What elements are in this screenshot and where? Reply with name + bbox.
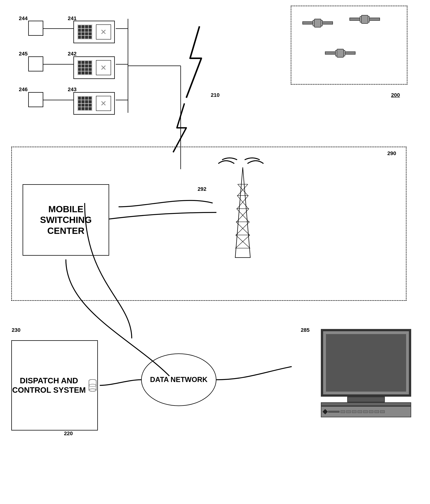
svg-rect-1 bbox=[303, 22, 313, 24]
monitor-controls bbox=[321, 406, 411, 417]
device-box-243: ✕ bbox=[73, 92, 115, 115]
data-network-cloud: DATA NETWORK bbox=[141, 353, 216, 406]
mobile-unit-3 bbox=[28, 92, 43, 107]
lightning-top bbox=[181, 24, 218, 100]
control-btn-2 bbox=[346, 410, 351, 413]
device-box-241: ✕ bbox=[73, 21, 115, 43]
device-241: ✕ bbox=[73, 21, 115, 43]
device-243: ✕ bbox=[73, 92, 115, 115]
keypad-241 bbox=[77, 24, 92, 39]
ref-200: 200 bbox=[391, 92, 400, 98]
screen-241: ✕ bbox=[96, 24, 111, 39]
screen-242: ✕ bbox=[96, 60, 111, 75]
svg-marker-15 bbox=[235, 167, 250, 258]
keypad-243 bbox=[77, 96, 92, 111]
svg-rect-12 bbox=[345, 52, 355, 54]
monitor-screen bbox=[321, 329, 411, 397]
monitor-base bbox=[347, 397, 385, 402]
control-diamond bbox=[323, 409, 328, 414]
control-btn-5 bbox=[363, 410, 368, 413]
monitor-display bbox=[326, 334, 406, 392]
control-btn-6 bbox=[369, 410, 373, 413]
computer-monitor-285 bbox=[321, 329, 411, 417]
control-btn-1 bbox=[341, 410, 345, 413]
ref-242: 242 bbox=[68, 51, 77, 57]
ref-244: 244 bbox=[19, 15, 28, 21]
mobile-unit-1 bbox=[28, 21, 43, 36]
svg-rect-2 bbox=[322, 22, 333, 24]
control-bar-1 bbox=[328, 411, 339, 413]
control-btn-7 bbox=[374, 410, 379, 413]
ref-230: 230 bbox=[12, 327, 20, 333]
database-icon bbox=[88, 373, 97, 398]
svg-rect-14 bbox=[337, 49, 344, 57]
control-btn-4 bbox=[357, 410, 362, 413]
handset-245 bbox=[28, 56, 43, 72]
device-242: ✕ bbox=[73, 56, 115, 79]
keypad-242 bbox=[77, 60, 92, 75]
handset-246 bbox=[28, 92, 43, 107]
dispatch-label: DISPATCH AND CONTROL SYSTEM bbox=[12, 376, 86, 395]
ref-290: 290 bbox=[387, 150, 396, 156]
control-btn-3 bbox=[352, 410, 356, 413]
satellite-box-210 bbox=[291, 6, 407, 85]
monitor-stand bbox=[321, 402, 411, 406]
ref-246: 246 bbox=[19, 87, 28, 92]
ref-243: 243 bbox=[68, 87, 77, 92]
screen-243: ✕ bbox=[96, 96, 111, 111]
svg-rect-11 bbox=[325, 52, 336, 54]
svg-rect-9 bbox=[361, 15, 368, 24]
ref-220: 220 bbox=[64, 431, 73, 437]
dispatch-control-system: DISPATCH AND CONTROL SYSTEM bbox=[11, 340, 98, 431]
svg-rect-6 bbox=[350, 18, 360, 20]
device-box-242: ✕ bbox=[73, 56, 115, 79]
svg-rect-4 bbox=[314, 19, 321, 27]
control-btn-8 bbox=[380, 410, 385, 413]
ref-285: 285 bbox=[301, 327, 309, 333]
svg-rect-7 bbox=[369, 18, 380, 20]
lightning-middle bbox=[169, 101, 199, 154]
satellite-illustration bbox=[291, 6, 404, 81]
ref-245: 245 bbox=[19, 51, 28, 57]
tower-to-msc-line bbox=[109, 188, 222, 225]
mobile-unit-2 bbox=[28, 56, 43, 72]
svg-point-36 bbox=[89, 389, 96, 391]
handset-244 bbox=[28, 21, 43, 36]
